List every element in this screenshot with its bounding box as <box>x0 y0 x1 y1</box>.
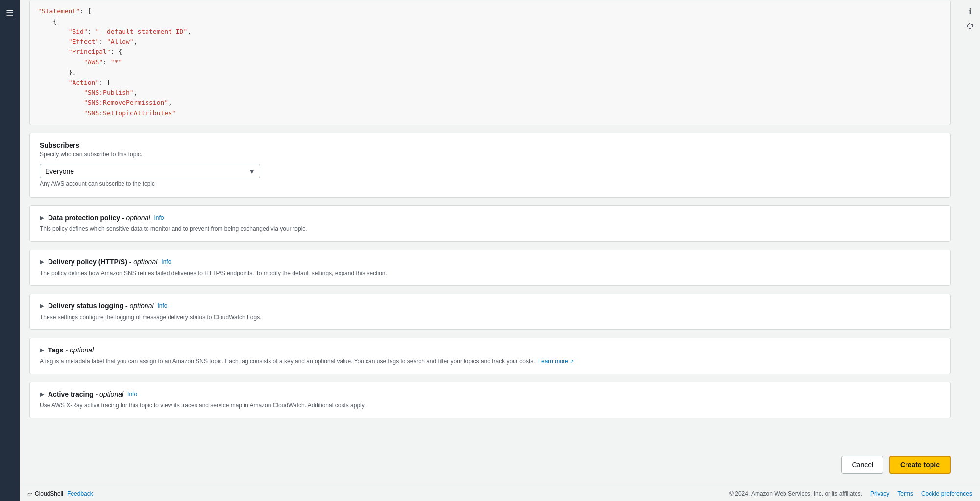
collapse-arrow-icon: ▶ <box>40 258 44 265</box>
left-nav: ☰ <box>0 0 20 501</box>
delivery-status-optional: optional <box>129 302 153 310</box>
info-icon[interactable]: ℹ <box>966 4 975 19</box>
cloudshell-label: CloudShell <box>35 490 63 497</box>
access-policy-code: "Statement": [ { "Sid": "__default_state… <box>29 0 951 125</box>
feedback-button[interactable]: Feedback <box>67 490 93 497</box>
subscribers-select[interactable]: Everyone Only the topic owner Only speci… <box>40 164 260 178</box>
data-protection-title: Data protection policy - optional <box>48 214 150 222</box>
create-topic-button[interactable]: Create topic <box>889 456 951 474</box>
active-tracing-info-link[interactable]: Info <box>127 391 137 398</box>
active-tracing-optional: optional <box>99 390 123 398</box>
cloudshell-button[interactable]: ▱ CloudShell <box>27 490 63 497</box>
delivery-policy-section: ▶ Delivery policy (HTTP/S) - optional In… <box>29 250 951 286</box>
tags-title: Tags - optional <box>48 346 94 354</box>
delivery-policy-info-link[interactable]: Info <box>161 258 171 265</box>
main-content: "Statement": [ { "Sid": "__default_state… <box>20 0 960 475</box>
privacy-link[interactable]: Privacy <box>870 490 889 497</box>
collapse-arrow-icon: ▶ <box>40 347 44 353</box>
tags-desc: A tag is a metadata label that you can a… <box>40 357 940 366</box>
footer: ▱ CloudShell Feedback © 2024, Amazon Web… <box>20 486 980 501</box>
action-bar: Cancel Create topic <box>20 448 960 481</box>
collapse-arrow-icon: ▶ <box>40 214 44 221</box>
delivery-status-desc: These settings configure the logging of … <box>40 313 940 322</box>
data-protection-header[interactable]: ▶ Data protection policy - optional Info <box>40 214 940 222</box>
terms-link[interactable]: Terms <box>897 490 913 497</box>
active-tracing-header[interactable]: ▶ Active tracing - optional Info <box>40 390 940 398</box>
right-icon-panel: ℹ ⏱ <box>960 0 980 39</box>
collapse-arrow-icon: ▶ <box>40 391 44 398</box>
external-link-icon: ↗ <box>570 359 574 364</box>
data-protection-desc: This policy defines which sensitive data… <box>40 225 940 233</box>
cancel-button[interactable]: Cancel <box>841 456 883 474</box>
data-protection-optional: optional <box>126 214 150 222</box>
tags-learn-more-link[interactable]: Learn more ↗ <box>538 358 574 365</box>
data-protection-info-link[interactable]: Info <box>154 214 164 221</box>
delivery-policy-title: Delivery policy (HTTP/S) - optional <box>48 258 157 266</box>
subscribers-title: Subscribers <box>40 141 940 149</box>
cookie-preferences-link[interactable]: Cookie preferences <box>921 490 972 497</box>
hamburger-icon[interactable]: ☰ <box>2 4 18 23</box>
subscribers-description: Specify who can subscribe to this topic. <box>40 151 940 158</box>
tags-section: ▶ Tags - optional A tag is a metadata la… <box>29 338 951 374</box>
delivery-policy-desc: The policy defines how Amazon SNS retrie… <box>40 269 940 277</box>
active-tracing-title: Active tracing - optional <box>48 390 123 398</box>
active-tracing-desc: Use AWS X-Ray active tracing for this to… <box>40 401 940 410</box>
clock-icon[interactable]: ⏱ <box>963 19 977 34</box>
delivery-status-header[interactable]: ▶ Delivery status logging - optional Inf… <box>40 302 940 310</box>
copyright-text: © 2024, Amazon Web Services, Inc. or its… <box>729 490 862 497</box>
subscribers-select-hint: Any AWS account can subscribe to the top… <box>40 180 940 187</box>
tags-header[interactable]: ▶ Tags - optional <box>40 346 940 354</box>
footer-right: © 2024, Amazon Web Services, Inc. or its… <box>729 490 972 497</box>
subscribers-select-wrapper: Everyone Only the topic owner Only speci… <box>40 164 260 178</box>
tags-optional: optional <box>70 346 94 354</box>
delivery-status-title: Delivery status logging - optional <box>48 302 154 310</box>
delivery-status-section: ▶ Delivery status logging - optional Inf… <box>29 294 951 330</box>
collapse-arrow-icon: ▶ <box>40 302 44 309</box>
subscribers-section: Subscribers Specify who can subscribe to… <box>29 133 951 198</box>
delivery-policy-header[interactable]: ▶ Delivery policy (HTTP/S) - optional In… <box>40 258 940 266</box>
terminal-icon: ▱ <box>27 490 32 497</box>
data-protection-section: ▶ Data protection policy - optional Info… <box>29 205 951 242</box>
active-tracing-section: ▶ Active tracing - optional Info Use AWS… <box>29 382 951 418</box>
delivery-status-info-link[interactable]: Info <box>158 302 168 309</box>
delivery-policy-optional: optional <box>133 258 157 266</box>
footer-left: ▱ CloudShell Feedback <box>27 490 93 497</box>
